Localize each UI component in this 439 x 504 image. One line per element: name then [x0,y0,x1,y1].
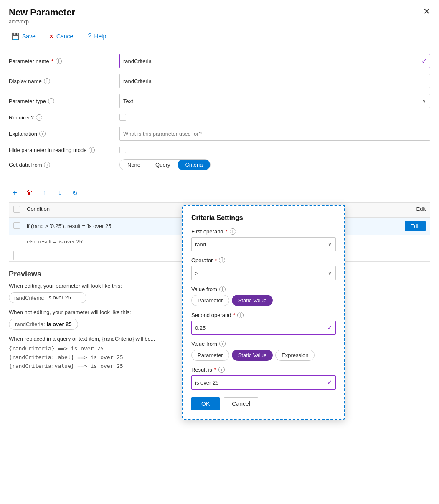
popup-ok-button[interactable]: OK [191,397,220,410]
subtitle: aidevexp [9,19,75,25]
required-star: * [51,58,53,64]
get-data-query-btn[interactable]: Query [148,160,178,170]
operator-label: Operator * i [191,257,336,263]
required-checkbox[interactable] [119,114,126,121]
result-is-required: * [214,367,216,373]
result-is-input[interactable] [191,375,336,390]
first-operand-required: * [226,228,228,235]
title-bar: New Parameter aidevexp ✕ [0,0,439,26]
criteria-settings-popup: Criteria Settings First operand * i rand… [182,205,345,420]
get-data-criteria-btn[interactable]: Criteria [178,160,210,170]
criteria-toolbar: + 🗑 ↑ ↓ ↻ [0,184,439,202]
value-from-2-field: Value from i Parameter Static Value Expr… [191,341,336,361]
explanation-row: Explanation i [9,127,430,141]
popup-title: Criteria Settings [191,214,336,222]
second-operand-check-icon: ✓ [327,324,332,332]
required-label: Required? i [9,114,119,121]
result-is-field: Result is * i ✓ [191,367,336,390]
explanation-input[interactable] [119,127,430,141]
main-panel: New Parameter aidevexp ✕ 💾 Save ✕ Cancel… [0,0,439,504]
get-data-segmented-control: None Query Criteria [119,159,211,170]
hide-parameter-info-icon[interactable]: i [89,147,95,153]
close-button[interactable]: ✕ [423,7,430,15]
operator-select[interactable]: > < = [191,266,336,280]
display-name-input[interactable] [119,74,430,88]
operator-field: Operator * i > < = ∨ [191,257,336,280]
operator-info-icon[interactable]: i [219,257,225,263]
result-is-input-wrapper: ✓ [191,375,336,390]
edit-header: Edit [392,206,426,214]
value-from-2-static-btn[interactable]: Static Value [232,350,273,361]
operator-select-wrapper: > < = ∨ [191,266,336,280]
get-data-info-icon[interactable]: i [44,162,50,168]
operator-required: * [215,257,217,263]
display-name-info-icon[interactable]: i [44,78,50,84]
page-title: New Parameter [9,7,75,18]
explanation-info-icon[interactable]: i [39,131,46,137]
parameter-type-select[interactable]: Text Number Date Boolean [119,94,430,108]
help-label: Help [94,33,106,40]
cancel-button[interactable]: ✕ Cancel [46,31,77,41]
editing-widget-label: randCriteria: [14,295,44,301]
parameter-type-label: Parameter type i [9,98,119,104]
value-from-2-buttons: Parameter Static Value Expression [191,350,336,361]
add-criteria-button[interactable]: + [9,187,20,199]
select-all-checkbox[interactable] [13,206,20,213]
parameter-name-field-wrapper: ✓ [119,54,430,68]
get-data-none-btn[interactable]: None [120,160,148,170]
get-data-label: Get data from i [9,162,119,168]
get-data-row: Get data from i None Query Criteria [9,159,430,170]
value-from-1-field: Value from i Parameter Static Value [191,286,336,306]
second-operand-input[interactable] [191,321,336,335]
hide-parameter-checkbox[interactable] [119,147,126,153]
result-is-info-icon[interactable]: i [218,367,225,373]
parameter-name-input[interactable] [119,54,430,68]
parameter-type-select-wrapper: Text Number Date Boolean ∨ [119,94,430,108]
editing-preview-widget: randCriteria: [9,292,86,303]
move-up-button[interactable]: ↑ [39,187,51,199]
title-bar-left: New Parameter aidevexp [9,7,75,25]
toolbar: 💾 Save ✕ Cancel ? Help [0,26,439,46]
save-button[interactable]: 💾 Save [9,30,38,42]
hide-parameter-row: Hide parameter in reading mode i [9,147,430,153]
value-from-1-static-btn[interactable]: Static Value [232,295,273,306]
save-icon: 💾 [11,32,20,40]
parameter-type-info-icon[interactable]: i [48,98,54,104]
required-info-icon[interactable]: i [36,114,42,121]
delete-criteria-button[interactable]: 🗑 [24,187,36,199]
hide-parameter-label: Hide parameter in reading mode i [9,147,119,153]
value-from-1-parameter-btn[interactable]: Parameter [191,295,229,306]
editing-widget-input[interactable] [48,294,81,301]
popup-cancel-button[interactable]: Cancel [224,397,258,410]
row-checkbox[interactable] [13,222,20,229]
first-operand-info-icon[interactable]: i [230,228,236,235]
required-row: Required? i [9,114,430,121]
not-editing-widget: randCriteria: is over 25 [9,319,78,330]
popup-actions: OK Cancel [191,397,336,410]
parameter-name-row: Parameter name * i ✓ [9,54,430,68]
refresh-button[interactable]: ↻ [69,187,81,199]
second-operand-label: Second operand * i [191,312,336,318]
value-from-2-label: Value from i [191,341,336,347]
value-from-1-buttons: Parameter Static Value [191,295,336,306]
display-name-label: Display name i [9,78,119,84]
second-operand-info-icon[interactable]: i [237,312,244,318]
first-operand-select[interactable]: rand value1 [191,237,336,251]
second-operand-field: Second operand * i ✓ [191,312,336,335]
help-button[interactable]: ? Help [86,31,109,42]
first-operand-select-wrapper: rand value1 ∨ [191,237,336,251]
explanation-label: Explanation i [9,131,119,137]
display-name-row: Display name i [9,74,430,88]
value-from-2-info-icon[interactable]: i [219,341,226,347]
cancel-icon: ✕ [49,33,54,40]
value-from-2-expression-btn[interactable]: Expression [275,350,315,361]
parameter-type-row: Parameter type i Text Number Date Boolea… [9,94,430,108]
edit-criteria-button[interactable]: Edit [405,221,426,231]
move-down-button[interactable]: ↓ [54,187,66,199]
result-is-check-icon: ✓ [327,379,332,386]
second-operand-required: * [233,312,235,318]
value-from-2-parameter-btn[interactable]: Parameter [191,350,229,361]
result-is-label: Result is * i [191,367,336,373]
value-from-1-info-icon[interactable]: i [219,286,226,292]
parameter-name-info-icon[interactable]: i [56,58,62,64]
